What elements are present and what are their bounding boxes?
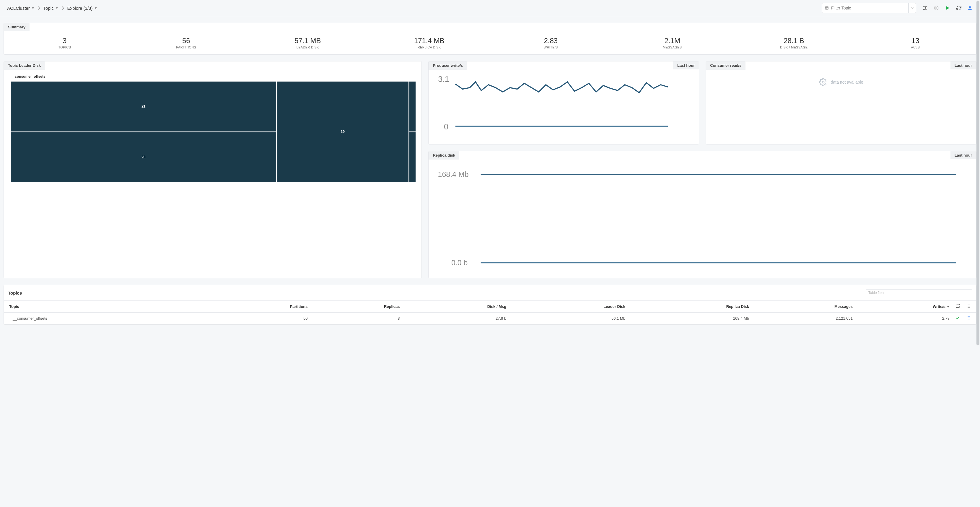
summary-panel: Summary 3 TOPICS 56 PARTITIONS 57.1 MB L… bbox=[3, 23, 977, 55]
replica-chart-svg: 168.4 Mb 0.0 b bbox=[434, 165, 970, 272]
treemap-panel: Topic Leader Disk __consumer_offsets 21 … bbox=[3, 61, 422, 278]
consumer-range-button[interactable]: Last hour bbox=[950, 61, 976, 69]
summary-topics-label: TOPICS bbox=[4, 46, 126, 49]
scrollbar[interactable] bbox=[976, 0, 980, 331]
filter-topic-dropdown[interactable] bbox=[908, 3, 916, 13]
col-diskmsg[interactable]: Disk / Msg bbox=[402, 301, 509, 312]
consumer-title-tab: Consumer read/s bbox=[706, 61, 746, 70]
consumer-panel: Consumer read/s Last hour data not avail… bbox=[706, 61, 977, 145]
col-messages[interactable]: Messages bbox=[751, 301, 855, 312]
table-filter-input[interactable] bbox=[866, 289, 972, 297]
topics-title: Topics bbox=[8, 290, 866, 295]
summary-replica-disk: 171.4 MB REPLICA DISK bbox=[369, 37, 490, 49]
topics-table: Topic Partitions Replicas Disk / Msg Lea… bbox=[4, 300, 976, 324]
col-replicas[interactable]: Replicas bbox=[310, 301, 402, 312]
charts-grid: Topic Leader Disk __consumer_offsets 21 … bbox=[3, 61, 977, 278]
sort-desc-icon: ▼ bbox=[947, 305, 950, 308]
svg-point-13 bbox=[969, 6, 971, 8]
producer-range-button[interactable]: Last hour bbox=[673, 61, 699, 69]
summary-partitions-label: PARTITIONS bbox=[126, 46, 247, 49]
filter-topic-input[interactable] bbox=[831, 6, 905, 10]
summary-messages-label: MESSAGES bbox=[612, 46, 733, 49]
layout-icon bbox=[825, 6, 829, 10]
summary-topics-value: 3 bbox=[4, 37, 126, 45]
summary-acls: 13 ACLS bbox=[855, 37, 977, 49]
breadcrumb-section[interactable]: Topic ▼ bbox=[43, 6, 59, 11]
producer-chart-svg: 3.1 0 bbox=[434, 73, 692, 138]
breadcrumb-cluster[interactable]: ACLCluster ▼ bbox=[7, 6, 35, 11]
col-leader[interactable]: Leader Disk bbox=[509, 301, 628, 312]
chevron-right-icon: ❯ bbox=[61, 6, 64, 10]
col-replica[interactable]: Replica Disk bbox=[628, 301, 751, 312]
producer-ymin: 0 bbox=[444, 122, 449, 131]
cell-replicas: 3 bbox=[310, 312, 402, 324]
list-icon bbox=[966, 304, 971, 308]
summary-writes: 2.83 WRITE/S bbox=[490, 37, 612, 49]
replica-ymax: 168.4 Mb bbox=[438, 170, 469, 178]
user-button[interactable] bbox=[967, 5, 973, 11]
svg-rect-0 bbox=[826, 6, 829, 10]
svg-point-8 bbox=[924, 9, 924, 10]
swap-icon bbox=[956, 304, 960, 308]
clear-button[interactable] bbox=[933, 5, 939, 11]
settings-sliders-button[interactable] bbox=[922, 5, 928, 11]
cell-partitions: 50 bbox=[209, 312, 310, 324]
scrollbar-thumb[interactable] bbox=[977, 1, 979, 331]
check-icon bbox=[956, 316, 960, 320]
producer-title-tab: Producer write/s bbox=[429, 61, 467, 70]
replica-panel: Replica disk Last hour 168.4 Mb 0.0 b bbox=[428, 151, 977, 279]
chevron-right-icon: ❯ bbox=[38, 6, 40, 10]
summary-disk-message-label: DISK / MESSAGE bbox=[733, 46, 855, 49]
summary-partitions: 56 PARTITIONS bbox=[126, 37, 247, 49]
treemap[interactable]: 21 20 19 bbox=[11, 81, 415, 182]
treemap-cell-20-label: 20 bbox=[142, 155, 145, 159]
cell-topic: __consumer_offsets bbox=[4, 312, 209, 324]
topbar: ACLCluster ▼ ❯ Topic ▼ ❯ Explore (3/3) ▼ bbox=[0, 0, 980, 16]
summary-writes-label: WRITE/S bbox=[490, 46, 612, 49]
col-swap[interactable] bbox=[952, 301, 964, 312]
breadcrumb: ACLCluster ▼ ❯ Topic ▼ ❯ Explore (3/3) ▼ bbox=[7, 6, 819, 11]
table-row[interactable]: __consumer_offsets 50 3 27.8 b 56.1 Mb 1… bbox=[4, 312, 976, 324]
breadcrumb-page[interactable]: Explore (3/3) ▼ bbox=[67, 6, 97, 11]
cell-leader: 56.1 Mb bbox=[509, 312, 628, 324]
consumer-empty-text: data not available bbox=[831, 80, 863, 84]
producer-line bbox=[455, 82, 668, 92]
breadcrumb-cluster-label: ACLCluster bbox=[7, 6, 30, 11]
cell-actions[interactable] bbox=[964, 312, 976, 324]
producer-ymax: 3.1 bbox=[438, 75, 449, 84]
chevron-down-icon: ▼ bbox=[32, 6, 35, 10]
refresh-button[interactable] bbox=[956, 5, 962, 11]
list-icon bbox=[966, 316, 971, 320]
treemap-cell-21[interactable]: 21 bbox=[11, 81, 276, 131]
cell-messages: 2,121,051 bbox=[751, 312, 855, 324]
replica-range-button[interactable]: Last hour bbox=[950, 151, 976, 159]
cell-diskmsg: 27.8 b bbox=[402, 312, 509, 324]
chevron-down-icon: ▼ bbox=[94, 6, 97, 10]
summary-leader-disk-label: LEADER DISK bbox=[247, 46, 369, 49]
svg-marker-12 bbox=[946, 6, 950, 10]
chevron-down-icon bbox=[911, 6, 914, 10]
cell-writes: 2.78 bbox=[855, 312, 952, 324]
play-button[interactable] bbox=[945, 5, 950, 11]
treemap-cell-19[interactable]: 19 bbox=[277, 81, 409, 182]
topics-header-row: Topic Partitions Replicas Disk / Msg Lea… bbox=[4, 301, 976, 312]
refresh-icon bbox=[956, 5, 961, 11]
col-list[interactable] bbox=[964, 301, 976, 312]
col-partitions[interactable]: Partitions bbox=[209, 301, 310, 312]
filter-topic-main[interactable] bbox=[822, 6, 908, 10]
treemap-cell-small-1[interactable] bbox=[409, 81, 415, 131]
x-circle-icon bbox=[934, 5, 939, 11]
producer-chart: 3.1 0 bbox=[429, 61, 699, 142]
chevron-down-icon: ▼ bbox=[56, 6, 59, 10]
treemap-cell-20[interactable]: 20 bbox=[11, 132, 276, 182]
summary-topics: 3 TOPICS bbox=[4, 37, 126, 49]
svg-point-14 bbox=[822, 81, 824, 83]
summary-row: 3 TOPICS 56 PARTITIONS 57.1 MB LEADER DI… bbox=[4, 31, 976, 54]
summary-leader-disk-value: 57.1 MB bbox=[247, 37, 369, 45]
col-writes[interactable]: Write/s▼ bbox=[855, 301, 952, 312]
col-topic[interactable]: Topic bbox=[4, 301, 209, 312]
play-icon bbox=[945, 5, 950, 11]
treemap-cell-small-2[interactable] bbox=[409, 132, 415, 182]
breadcrumb-section-label: Topic bbox=[43, 6, 54, 11]
summary-partitions-value: 56 bbox=[126, 37, 247, 45]
